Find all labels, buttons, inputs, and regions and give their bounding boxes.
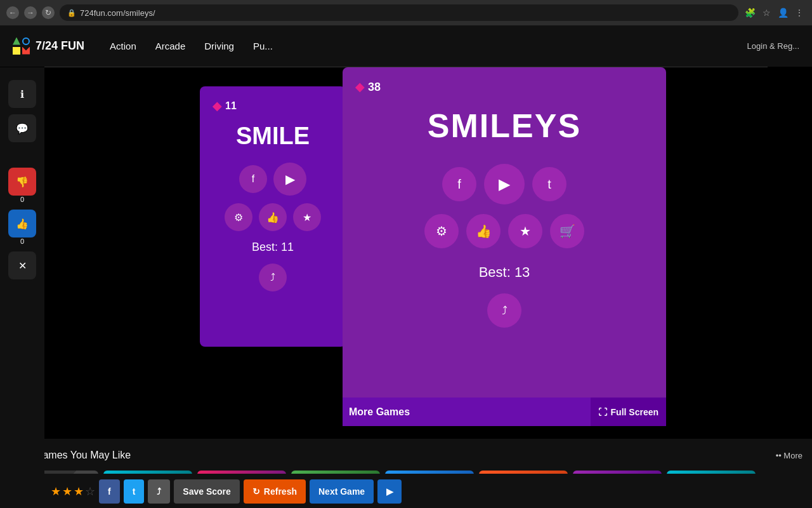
game-controls: f ▶ t ⚙ 👍 ★ <box>424 164 584 248</box>
next-game-arrow-btn[interactable]: ▶ <box>377 479 402 504</box>
expand-button[interactable]: ✕ <box>8 251 36 279</box>
forward-btn[interactable]: → <box>24 6 37 19</box>
save-score-label: Save Score <box>183 486 231 497</box>
facebook-btn[interactable]: f <box>442 167 476 201</box>
bg-score-bar: ◆ 11 <box>213 99 237 113</box>
expand-icon: ✕ <box>18 260 27 272</box>
browser-actions: 🧩 ☆ 👤 ⋮ <box>743 6 806 19</box>
menu-btn[interactable]: ⋮ <box>793 6 806 19</box>
url-text: 724fun.com/smileys/ <box>80 8 155 18</box>
bg-share-btn[interactable]: ⤴ <box>259 264 287 291</box>
comment-button[interactable]: 💬 <box>8 114 36 142</box>
share-icon: ⤴ <box>502 304 508 318</box>
score-bar: ◆ 38 <box>355 80 381 94</box>
bg-star-btn[interactable]: ★ <box>293 203 321 231</box>
star-3: ★ <box>74 485 84 498</box>
bg-star-icon: ★ <box>303 211 311 224</box>
tw-icon: t <box>133 486 136 497</box>
bg-play-icon: ▶ <box>285 171 295 187</box>
bg-facebook-btn[interactable]: f <box>239 165 267 193</box>
info-button[interactable]: ℹ <box>8 80 36 108</box>
dislike-button[interactable]: 👎 <box>8 168 36 196</box>
bg-thumbsup-btn[interactable]: 👍 <box>259 203 287 231</box>
best-score: Best: 13 <box>479 264 530 281</box>
profile-btn[interactable]: 👤 <box>776 6 789 19</box>
twitter-share-btn[interactable]: t <box>124 479 145 504</box>
like-icon: 👍 <box>16 218 29 230</box>
cart-icon: 🛒 <box>560 224 575 239</box>
bg-game-title: SMILE <box>236 123 310 150</box>
like-group: 👍 0 <box>8 210 36 245</box>
lock-icon: 🔒 <box>67 9 76 17</box>
site-logo[interactable]: 7/24 FUN <box>13 37 84 55</box>
back-btn[interactable]: ← <box>6 6 19 19</box>
share-score-icon: ⤴ <box>157 486 161 497</box>
refresh-label: Refresh <box>264 486 297 497</box>
like-button[interactable]: 👍 <box>8 210 36 237</box>
fullscreen-icon: ⛶ <box>598 407 607 417</box>
logo-icon <box>13 37 30 55</box>
bookmark-btn[interactable]: ☆ <box>760 6 773 19</box>
bg-score-value: 11 <box>225 100 237 112</box>
refresh-btn[interactable]: ↻ <box>42 6 55 19</box>
next-game-btn[interactable]: Next Game <box>310 479 374 504</box>
bg-play-btn[interactable]: ▶ <box>273 163 306 196</box>
star-icon: ★ <box>520 224 531 239</box>
star-btn[interactable]: ★ <box>508 214 542 248</box>
next-game-label: Next Game <box>318 486 365 497</box>
fb-icon: f <box>108 486 111 497</box>
bg-facebook-icon: f <box>252 173 254 185</box>
twitter-btn[interactable]: t <box>532 167 566 201</box>
score-value: 38 <box>368 81 381 94</box>
save-score-btn[interactable]: Save Score <box>174 479 240 504</box>
nav-arcade[interactable]: Arcade <box>155 41 186 51</box>
bg-diamond-icon: ◆ <box>213 99 221 113</box>
info-icon: ℹ <box>20 88 24 100</box>
game-area: ◆ 11 SMILE f ▶ ⚙ 👍 <box>44 67 812 461</box>
cart-btn[interactable]: 🛒 <box>550 214 584 248</box>
fullscreen-label: Full Screen <box>611 407 658 417</box>
dislike-group: 👎 0 <box>8 168 36 203</box>
diamond-icon: ◆ <box>355 80 364 94</box>
left-sidebar: ℹ 💬 👎 0 👍 0 ✕ <box>0 67 44 508</box>
site-nav: Action Arcade Driving Pu... <box>110 41 273 51</box>
game-bottom-bar: ★ ★ ★ ☆ f t ⤴ Save Score ↻ Refresh Next … <box>44 474 812 508</box>
auth-link[interactable]: Login & Reg... <box>747 41 799 51</box>
nav-driving[interactable]: Driving <box>204 41 234 51</box>
refresh-btn[interactable]: ↻ Refresh <box>244 479 306 504</box>
thumbsup-btn[interactable]: 👍 <box>466 214 501 248</box>
facebook-share-btn[interactable]: f <box>99 479 120 504</box>
nav-action[interactable]: Action <box>110 41 136 51</box>
extensions-btn[interactable]: 🧩 <box>743 6 756 19</box>
refresh-icon: ↻ <box>252 486 260 497</box>
settings-icon: ⚙ <box>436 224 447 239</box>
next-arrow-icon: ▶ <box>386 486 393 497</box>
page-content: ℹ 💬 👎 0 👍 0 ✕ ◆ 11 SMI <box>0 67 812 508</box>
more-games-label[interactable]: More Games <box>349 406 410 418</box>
star-4: ☆ <box>85 485 95 498</box>
share-btn[interactable]: ⤴ <box>487 293 521 328</box>
bg-settings-icon: ⚙ <box>234 211 243 224</box>
star-2: ★ <box>62 485 72 498</box>
settings-btn[interactable]: ⚙ <box>424 214 459 248</box>
star-1: ★ <box>51 485 61 498</box>
more-link[interactable]: •• More <box>776 451 802 460</box>
nav-more[interactable]: Pu... <box>253 41 273 51</box>
header-auth[interactable]: Login & Reg... <box>747 41 799 51</box>
game-title: SMILEYS <box>428 107 581 145</box>
ctrl-row-1: f ▶ t <box>442 164 566 204</box>
dislike-count: 0 <box>20 196 24 203</box>
bg-ctrl-row-2: ⚙ 👍 ★ <box>225 203 321 231</box>
share-score-btn[interactable]: ⤴ <box>148 479 170 504</box>
bg-settings-btn[interactable]: ⚙ <box>225 203 252 231</box>
browser-chrome: ← → ↻ 🔒 724fun.com/smileys/ 🧩 ☆ 👤 ⋮ <box>0 0 812 25</box>
twitter-icon: t <box>547 177 551 192</box>
url-bar[interactable]: 🔒 724fun.com/smileys/ <box>60 4 738 21</box>
play-icon: ▶ <box>499 175 510 193</box>
play-btn[interactable]: ▶ <box>484 164 525 204</box>
ctrl-row-2: ⚙ 👍 ★ 🛒 <box>424 214 584 248</box>
comment-icon: 💬 <box>16 123 29 135</box>
bg-controls: f ▶ ⚙ 👍 ★ <box>225 163 321 231</box>
star-rating: ★ ★ ★ ☆ <box>51 485 95 498</box>
full-screen-btn[interactable]: ⛶ Full Screen <box>591 398 666 426</box>
